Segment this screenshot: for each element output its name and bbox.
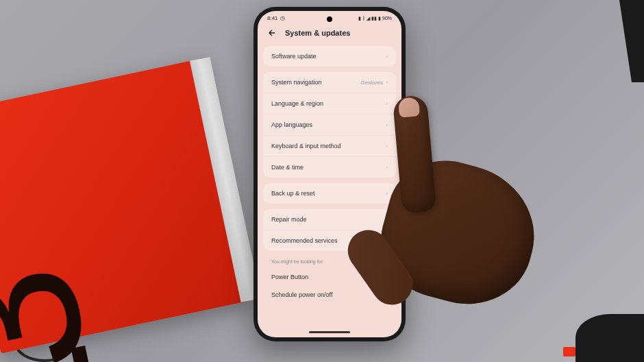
settings-group: System navigationGestures›Language & reg…: [263, 72, 396, 178]
chevron-right-icon: ›: [386, 164, 388, 171]
chevron-right-icon: ›: [386, 216, 388, 223]
back-icon[interactable]: [267, 28, 277, 38]
item-label: Repair mode: [271, 216, 386, 223]
item-label: Language & region: [271, 100, 386, 107]
clock-icon: ◷: [280, 15, 285, 21]
box-number: 13: [0, 276, 148, 362]
home-indicator[interactable]: [309, 331, 350, 333]
settings-item-system-navigation[interactable]: System navigationGestures›: [263, 72, 396, 93]
settings-item-recommended-services[interactable]: Recommended services›: [263, 230, 396, 251]
item-label: App languages: [271, 121, 386, 128]
battery-percent: 90%: [382, 16, 392, 21]
settings-list: Software update›System navigationGesture…: [258, 46, 401, 304]
wifi-icon: ◢: [367, 16, 370, 21]
chevron-right-icon: ›: [386, 121, 388, 128]
settings-group: Back up & reset›: [263, 183, 396, 204]
status-time: 8:41: [267, 15, 278, 21]
settings-item-app-languages[interactable]: App languages›: [263, 114, 396, 135]
chevron-right-icon: ›: [386, 53, 388, 60]
settings-item-language-region[interactable]: Language & region›: [263, 93, 396, 114]
item-label: System navigation: [271, 79, 361, 86]
item-label: Keyboard & input method: [271, 143, 386, 149]
item-label: Back up & reset: [271, 190, 386, 197]
item-label: Software update: [271, 53, 386, 60]
decor-corner-tr: [603, 0, 644, 82]
item-label: Date & time: [271, 164, 386, 171]
footer-item-schedule-power[interactable]: Schedule power on/off: [263, 286, 396, 304]
hand: [397, 96, 589, 329]
vibrate-icon: ▮: [358, 16, 361, 21]
camera-cutout: [327, 16, 332, 22]
settings-item-keyboard-input[interactable]: Keyboard & input method›: [263, 135, 396, 156]
battery-icon: ▮: [378, 16, 381, 21]
item-label: Recommended services: [271, 237, 386, 244]
settings-group: Repair mode›Recommended services›: [263, 209, 396, 251]
product-box: 13: [0, 58, 256, 353]
phone-frame: 8:41 ◷ ▮ ᛒ ◢ ▮▮ ▮ 90% System & updates S…: [253, 7, 406, 341]
bluetooth-icon: ᛒ: [362, 16, 365, 21]
settings-item-software-update[interactable]: Software update›: [263, 46, 396, 67]
decor-corner-br: [575, 314, 644, 362]
page-header: System & updates: [258, 23, 401, 46]
settings-item-date-time[interactable]: Date & time›: [263, 156, 396, 178]
phone-screen: 8:41 ◷ ▮ ᛒ ◢ ▮▮ ▮ 90% System & updates S…: [258, 11, 401, 337]
decor-red-accent: [563, 347, 575, 357]
chevron-right-icon: ›: [386, 143, 388, 149]
footer-section-label: You might be looking for:: [263, 256, 396, 268]
chevron-right-icon: ›: [386, 237, 388, 244]
item-value: Gestures: [361, 80, 383, 86]
chevron-right-icon: ›: [386, 190, 388, 197]
chevron-right-icon: ›: [386, 79, 388, 86]
settings-item-backup-reset[interactable]: Back up & reset›: [263, 183, 396, 204]
settings-group: Software update›: [263, 46, 396, 67]
footer-item-power-button[interactable]: Power Button: [263, 268, 396, 286]
signal-icon: ▮▮: [371, 16, 377, 21]
settings-item-repair-mode[interactable]: Repair mode›: [263, 209, 396, 230]
page-title: System & updates: [285, 29, 350, 37]
chevron-right-icon: ›: [386, 100, 388, 107]
